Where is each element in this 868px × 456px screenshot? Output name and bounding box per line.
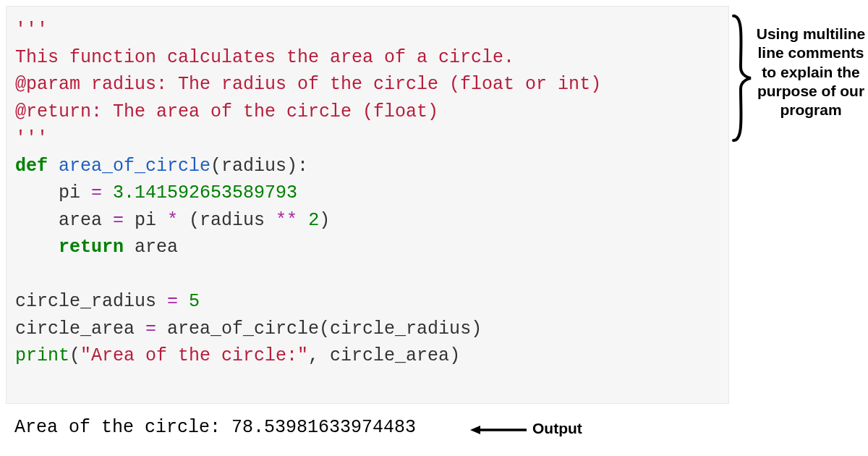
function-name: area_of_circle [59, 156, 210, 177]
assign1-lhs: circle_radius [15, 291, 167, 312]
docstring-close: ''' [15, 125, 720, 153]
assign-area-line: circle_area = area_of_circle(circle_radi… [15, 316, 720, 343]
equals-op: = [91, 182, 102, 203]
expr-open: (radius [178, 210, 276, 231]
svg-marker-1 [470, 426, 480, 434]
docstring-open: ''' [15, 17, 720, 44]
output-label: Output [532, 420, 582, 437]
call-args: (circle_radius) [319, 318, 482, 339]
annotation-brace-text: Using multiline line comments to explain… [754, 25, 867, 119]
indent [15, 237, 59, 258]
keyword-def: def [15, 156, 48, 177]
print-open: ( [69, 345, 80, 366]
docstring-line-3: @return: The area of the circle (float) [15, 98, 720, 126]
print-fn: print [15, 345, 69, 366]
print-string: "Area of the circle:" [80, 345, 308, 366]
output-text: Area of the circle: 78.53981633974483 [14, 417, 416, 438]
area-rhs: pi [124, 210, 167, 231]
return-line: return area [15, 234, 720, 261]
equals-op: = [167, 291, 178, 312]
five-literal: 5 [178, 291, 200, 312]
area-line: area = pi * (radius ** 2) [15, 207, 720, 235]
def-params: (radius): [210, 156, 308, 177]
return-value: area [124, 237, 178, 258]
assign-radius-line: circle_radius = 5 [15, 288, 720, 316]
brace-icon [732, 13, 752, 143]
keyword-return: return [59, 237, 124, 258]
pi-lhs: pi [59, 182, 91, 203]
docstring-line-1: This function calculates the area of a c… [15, 44, 720, 72]
call-name: area_of_circle [156, 318, 319, 339]
code-block: ''' This function calculates the area of… [6, 6, 729, 404]
star-op: * [167, 210, 178, 231]
def-line: def area_of_circle(radius): [15, 153, 720, 180]
indent [15, 182, 59, 203]
two-literal: 2 [297, 210, 319, 231]
equals-op: = [113, 210, 124, 231]
print-line: print("Area of the circle:", circle_area… [15, 342, 720, 370]
assign2-lhs: circle_area [15, 318, 145, 339]
dstar-op: ** [276, 210, 297, 231]
arrow-left-icon [470, 425, 528, 435]
print-args: , circle_area) [308, 345, 460, 366]
pi-value: 3.141592653589793 [102, 182, 297, 203]
area-lhs: area [59, 210, 113, 231]
equals-op: = [145, 318, 156, 339]
pi-line: pi = 3.141592653589793 [15, 180, 720, 207]
docstring-line-2: @param radius: The radius of the circle … [15, 71, 720, 98]
blank-line [15, 261, 720, 289]
expr-close: ) [319, 210, 330, 231]
indent [15, 210, 59, 231]
